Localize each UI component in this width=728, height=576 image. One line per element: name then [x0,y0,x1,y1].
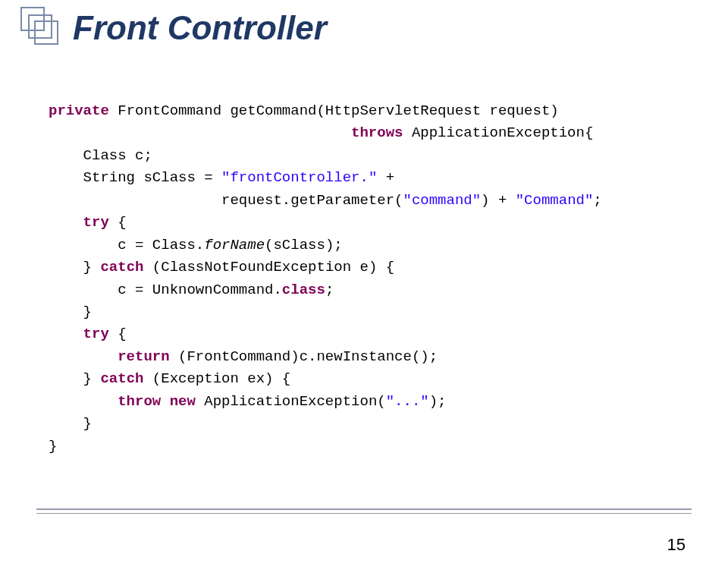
code-text: ); [429,393,447,410]
code-text: (sClass); [265,237,343,253]
identifier-italic: forName [204,237,265,253]
code-text: ApplicationException{ [403,124,593,141]
string-literal: "frontController." [221,169,377,186]
keyword: throws [49,124,403,141]
code-text: (ClassNotFoundException e) { [143,259,394,275]
keyword: return [49,348,170,365]
slide-title: Front Controller [73,9,327,47]
code-text: c = UnknownCommand. [49,282,282,298]
string-literal: "..." [386,393,429,410]
svg-rect-1 [29,15,52,38]
code-text: (Exception ex) { [143,370,290,387]
footer-rule [36,508,692,510]
string-literal: "command" [403,192,481,209]
code-block: private FrontCommand getCommand(HttpServ… [49,100,602,458]
keyword: throw new [49,393,196,410]
keyword: try [49,326,109,342]
code-text: ; [325,282,334,298]
svg-rect-0 [21,8,44,30]
code-text: FrontCommand getCommand(HttpServletReque… [109,102,559,119]
code-text: ApplicationException( [196,393,386,410]
code-text: (FrontCommand)c.newInstance(); [170,348,438,365]
string-literal: "Command" [516,192,594,209]
code-text: { [109,214,127,231]
keyword: private [49,102,109,119]
keyword: catch [100,370,143,387]
code-text: String sClass = [49,169,221,186]
footer-rule [36,513,692,514]
code-text: { [109,326,127,342]
code-text: Class c; [49,147,152,164]
svg-rect-2 [35,21,58,44]
code-text: } [49,370,100,387]
code-text: ) + [481,192,516,209]
code-text: } [49,438,57,455]
slide: Front Controller private FrontCommand ge… [0,0,728,576]
keyword: try [49,214,109,231]
code-text: + [377,169,403,186]
code-text: c = Class. [49,237,204,253]
code-text: request.getParameter( [49,192,403,209]
keyword: class [282,282,325,298]
logo-icon [18,5,61,47]
code-text: } [49,259,100,275]
code-text: ; [593,192,601,209]
code-text: } [49,415,92,432]
keyword: catch [100,259,143,275]
code-text: } [49,304,92,320]
page-number: 15 [667,535,686,555]
